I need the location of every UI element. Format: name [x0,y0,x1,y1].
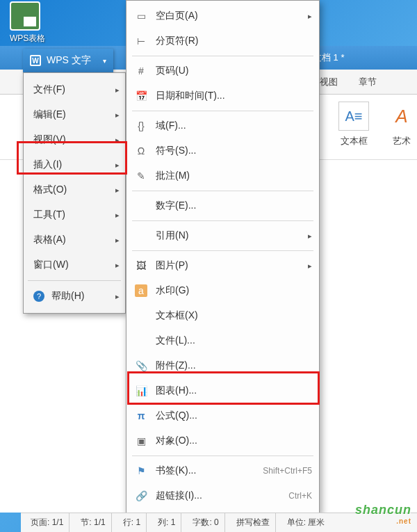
menu-format[interactable]: 格式(O)▸ [24,177,125,202]
menu-separator [132,220,313,221]
caret-down-icon: ▾ [103,57,106,65]
status-page[interactable]: 页面: 1/1 [25,513,70,532]
flag-icon: ⚑ [135,465,147,477]
submenu-object[interactable]: ▣对象(O)... [126,428,319,453]
tool-textbox[interactable]: A≡ 文本框 [338,102,369,147]
insert-submenu: ▭空白页(A)▸ ⊢分页符(R) #页码(U) 📅日期和时间(T)... {}域… [126,0,320,515]
status-spellcheck[interactable]: 拼写检查 [231,513,276,532]
attachment-icon: 📎 [135,360,147,372]
status-section[interactable]: 节: 1/1 [75,513,111,532]
picture-icon: 🖼 [135,259,147,272]
submenu-number[interactable]: 数字(E)... [126,193,319,218]
menu-separator [132,250,313,251]
comment-icon: ✎ [135,170,147,182]
submenu-bookmark[interactable]: ⚑书签(K)...Shift+Ctrl+F5 [126,458,319,483]
menu-help[interactable]: ?帮助(H)▸ [24,284,125,309]
status-row[interactable]: 行: 1 [117,513,147,532]
symbol-icon: Ω [135,145,147,157]
blank-page-icon: ▭ [135,10,147,22]
submenu-comment[interactable]: ✎批注(M) [126,163,319,188]
menu-file[interactable]: 文件(F)▸ [24,77,125,102]
menu-separator [132,111,313,111]
spreadsheet-icon [10,1,40,31]
submenu-blank-page[interactable]: ▭空白页(A)▸ [126,3,319,29]
main-menu: 文件(F)▸ 编辑(E)▸ 视图(V)▸ 插入(I)▸ 格式(O)▸ 工具(T)… [23,72,126,314]
menu-tools[interactable]: 工具(T)▸ [24,202,125,227]
submenu-datetime[interactable]: 📅日期和时间(T)... [126,83,319,108]
submenu-watermark[interactable]: a水印(G) [126,278,319,303]
submenu-chart[interactable]: 📊图表(H)... [126,378,319,403]
tool-label: 文本框 [338,135,369,147]
page-number-icon: # [135,65,147,77]
submenu-textbox[interactable]: 文本框(X) [126,303,319,328]
menu-insert[interactable]: 插入(I)▸ [24,152,125,177]
field-icon: {} [135,120,147,132]
menu-edit[interactable]: 编辑(E)▸ [24,102,125,127]
submenu-page-number[interactable]: #页码(U) [126,58,319,83]
submenu-reference[interactable]: 引用(N)▸ [126,223,319,248]
help-icon: ? [33,291,44,302]
submenu-field[interactable]: {}域(F)... [126,113,319,138]
menu-view[interactable]: 视图(V)▸ [24,127,125,152]
submenu-equation[interactable]: π公式(Q)... [126,403,319,428]
status-col[interactable]: 列: 1 [152,513,181,532]
wps-logo-icon [30,55,41,66]
wordart-icon: A [386,102,417,131]
menu-separator [132,191,313,191]
watermark-logo: shancun.net [355,503,411,525]
submenu-picture[interactable]: 🖼图片(P)▸ [126,253,319,278]
status-unit[interactable]: 单位: 厘米 [281,513,331,532]
textbox-icon: A≡ [338,102,369,131]
submenu-attachment[interactable]: 📎附件(Z)... [126,353,319,378]
menu-table[interactable]: 表格(A)▸ [24,227,125,252]
submenu-file[interactable]: 文件(L)... [126,328,319,353]
status-wordcount[interactable]: 字数: 0 [187,513,224,532]
submenu-hyperlink[interactable]: 🔗超链接(I)...Ctrl+K [126,483,319,508]
link-icon: 🔗 [135,490,147,502]
page-break-icon: ⊢ [135,35,147,47]
tool-label: 艺术 [386,135,417,147]
wps-button-label: WPS 文字 [47,54,91,67]
menu-window[interactable]: 窗口(W)▸ [24,252,125,277]
chart-icon: 📊 [135,385,147,397]
submenu-page-break[interactable]: ⊢分页符(R) [126,29,319,54]
tab-chapter[interactable]: 章节 [359,76,377,88]
wps-app-menu-button[interactable]: WPS 文字 ▾ [23,49,113,72]
tool-wordart[interactable]: A 艺术 [386,102,417,147]
menu-separator [28,280,121,281]
menu-separator [132,56,313,56]
menu-separator [132,456,313,456]
tab-view[interactable]: 视图 [320,76,338,88]
desktop-icon-wps-sheets[interactable]: WPS表格 [10,1,45,45]
submenu-symbol[interactable]: Ω符号(S)... [126,138,319,163]
watermark-icon: a [135,284,147,297]
desktop-icon-label: WPS表格 [10,33,45,45]
pi-icon: π [135,410,147,422]
object-icon: ▣ [135,435,147,447]
calendar-icon: 📅 [135,90,147,102]
